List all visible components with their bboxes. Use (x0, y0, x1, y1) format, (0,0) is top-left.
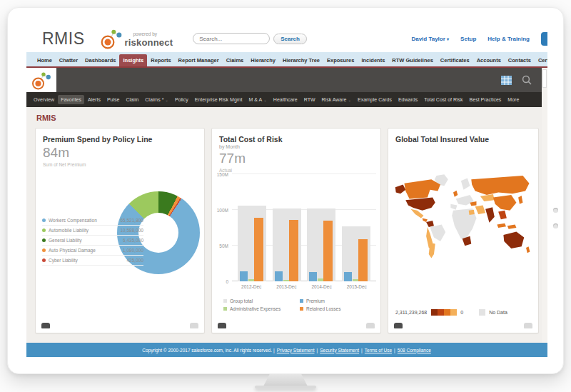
bar-group-2013-dec[interactable] (273, 174, 301, 281)
search-button[interactable]: Search (273, 34, 307, 44)
clipped-action-button[interactable] (541, 32, 547, 46)
map-region-alaska[interactable] (395, 185, 405, 194)
nav-item-m-a[interactable]: M & A⌄ (246, 95, 270, 104)
page-background: RMIS powered by riskonnect (0, 0, 571, 392)
map-region-uk[interactable] (453, 191, 458, 197)
legend-item-general-liability[interactable]: General Liability 6,435,000 (42, 236, 143, 246)
setup-link[interactable]: Setup (460, 36, 476, 42)
tab-accounts[interactable]: Accounts (473, 54, 505, 66)
map-region-brazil[interactable] (430, 225, 446, 241)
tab-home[interactable]: Home (34, 54, 56, 66)
user-menu[interactable]: David Taylor ▾ (411, 36, 449, 42)
map-region-se-asia[interactable] (498, 211, 507, 220)
nav-item-best-practices[interactable]: Best Practices (467, 95, 505, 104)
nav-item-favorites[interactable]: Favorites (58, 95, 84, 104)
footer-link-security-statement[interactable]: Security Statement (320, 348, 359, 353)
card-menu-icon[interactable] (218, 323, 226, 328)
map-region-russia[interactable] (471, 176, 529, 195)
bar-retained-losses[interactable] (323, 221, 333, 281)
legend-item-premium[interactable]: Premium (300, 298, 376, 303)
footer-link-privacy-statement[interactable]: Privacy Statement (277, 348, 315, 353)
map-region-usa[interactable] (405, 198, 435, 211)
map-region-china[interactable] (493, 195, 516, 211)
tab-certificates[interactable]: Certificates (437, 54, 473, 66)
tab-incidents[interactable]: Incidents (358, 54, 388, 66)
legend-item-group-total[interactable]: Group total (223, 298, 300, 303)
search-input[interactable] (193, 33, 270, 44)
tab-claims[interactable]: Claims (223, 54, 248, 66)
legend-item-automobile-liability[interactable]: Automobile Liability 10,588,000 (42, 226, 143, 236)
footer-link-508-compliance[interactable]: 508 Compliance (398, 348, 431, 353)
nav-item-claims[interactable]: Claims *⌄ (142, 95, 171, 104)
vertical-scrollbar[interactable] (542, 68, 547, 343)
bar-group-2015-dec[interactable] (342, 174, 370, 281)
scrollbar-thumb[interactable] (542, 69, 547, 88)
map-region-egypt[interactable] (469, 210, 475, 215)
nav-item-example-cards[interactable]: Example Cards (355, 95, 395, 104)
nav-item-overview[interactable]: Overview (31, 95, 57, 104)
nav-item-more[interactable]: More (505, 95, 522, 104)
nav-item-claim[interactable]: Claim (123, 95, 141, 104)
nav-item-alerts[interactable]: Alerts (85, 95, 103, 104)
help-training-link[interactable]: Help & Training (487, 36, 530, 42)
tab-chatter[interactable]: Chatter (56, 54, 81, 66)
nav-item-pulse[interactable]: Pulse (104, 95, 123, 104)
tab-contacts[interactable]: Contacts (505, 54, 535, 66)
tab-hierarchy[interactable]: Hierarchy (247, 54, 279, 66)
map-region-middle-east[interactable] (475, 205, 485, 214)
nav-item-enterprise-risk-mgmt[interactable]: Enterprise Risk Mgmt (192, 95, 246, 104)
tab-exposures[interactable]: Exposures (323, 54, 358, 66)
nav-item-risk-aware[interactable]: Risk Aware⌄ (319, 95, 355, 104)
world-map-chart[interactable] (394, 157, 532, 286)
search-icon[interactable] (522, 75, 532, 85)
footer-link-terms-of-use[interactable]: Terms of Use (365, 348, 392, 353)
tab-insights[interactable]: Insights (119, 54, 147, 66)
card-expand-icon[interactable] (190, 323, 198, 328)
tab-report-manager[interactable]: Report Manager (175, 54, 223, 66)
bar-premium[interactable] (344, 272, 352, 281)
tab-rtw-guidelines[interactable]: RTW Guidelines (388, 54, 437, 66)
legend-item-cyber-liability[interactable]: Cyber Liability 425,000 (42, 256, 143, 266)
bar-group-2014-dec[interactable] (307, 174, 335, 281)
bar-retained-losses[interactable] (254, 218, 263, 281)
bar-premium[interactable] (309, 272, 317, 281)
legend-item-workers-compensation[interactable]: Workers Compensation 65,521,800 (42, 216, 143, 226)
map-region-mexico[interactable] (410, 209, 423, 218)
map-region-indonesia[interactable] (497, 223, 516, 229)
nav-item-healthcare[interactable]: Healthcare (271, 95, 300, 104)
riskonnect-app-logo[interactable] (26, 68, 56, 92)
legend-item-retained-losses[interactable]: Retained Losses (300, 306, 376, 311)
bar-premium[interactable] (240, 271, 248, 281)
map-region-kazakhstan[interactable] (480, 194, 495, 201)
nav-item-policy[interactable]: Policy (172, 95, 191, 104)
map-region-canada[interactable] (404, 179, 440, 198)
map-region-australia[interactable] (503, 231, 524, 248)
nav-item-total-cost-of-risk[interactable]: Total Cost of Risk (421, 95, 465, 104)
bar-premium[interactable] (275, 271, 283, 281)
map-region-central-america[interactable] (423, 218, 428, 221)
nav-item-rtw[interactable]: RTW (301, 95, 318, 104)
tab-certificate-requirements[interactable]: Certificate Requirements (535, 54, 547, 66)
bar-group-2012-dec[interactable] (238, 174, 266, 281)
map-region-iberia[interactable] (450, 204, 457, 210)
card-expand-icon[interactable] (366, 323, 375, 328)
bar-retained-losses[interactable] (358, 239, 368, 281)
legend-item-auto-physical-damage[interactable]: Auto Physical Damage 1,080,000 (42, 246, 143, 256)
card-menu-icon[interactable] (41, 323, 50, 328)
x-tick-label: 2014-Dec (306, 284, 338, 289)
apps-grid-icon[interactable] (501, 76, 512, 85)
nav-item-edwards[interactable]: Edwards (395, 95, 420, 104)
map-region-new-zealand[interactable] (526, 246, 530, 253)
bar-retained-losses[interactable] (289, 220, 298, 281)
tab-reports[interactable]: Reports (147, 54, 174, 66)
legend-item-administrative-expenses[interactable]: Administrative Expenses (223, 306, 300, 311)
map-region-japan[interactable] (518, 196, 522, 204)
tab-hierarchy-tree[interactable]: Hierarchy Tree (279, 54, 323, 66)
palette-swatch (431, 309, 438, 316)
tab-dashboards[interactable]: Dashboards (81, 54, 119, 66)
map-region-india[interactable] (485, 207, 495, 223)
map-region-colombia[interactable] (426, 221, 434, 227)
card-menu-icon[interactable] (394, 323, 403, 328)
map-region-scandinavia[interactable] (461, 179, 470, 190)
card-expand-icon[interactable] (524, 323, 532, 328)
